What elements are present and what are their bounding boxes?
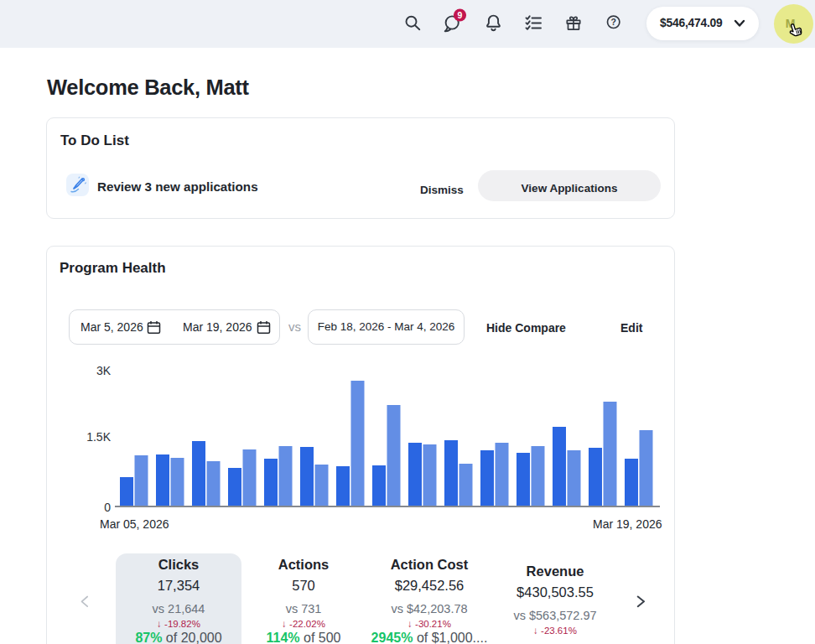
svg-text:?: ?	[610, 17, 615, 27]
svg-text:9: 9	[458, 10, 463, 20]
